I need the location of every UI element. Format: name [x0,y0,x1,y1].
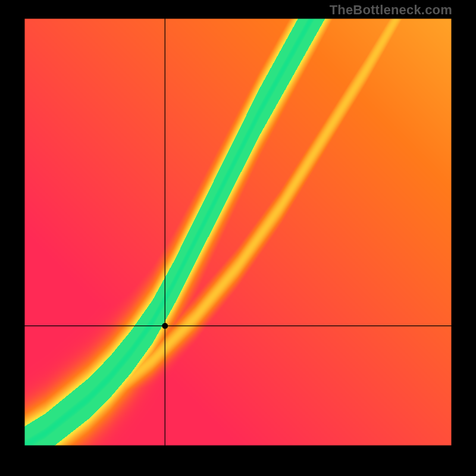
bottleneck-heatmap [24,18,452,446]
chart-container: TheBottleneck.com [0,0,476,476]
watermark-text: TheBottleneck.com [330,2,452,18]
